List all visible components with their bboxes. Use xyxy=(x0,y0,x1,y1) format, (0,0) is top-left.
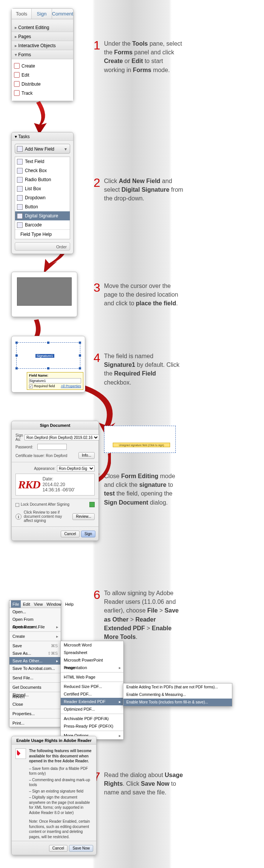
mi-open-from-acrobat[interactable]: Open From Acrobat.com... xyxy=(9,616,61,623)
forms-items-list: Create Edit Distribute Track xyxy=(12,59,73,101)
required-field-checkbox[interactable]: ✓ xyxy=(29,385,33,388)
all-properties-link[interactable]: All Properties xyxy=(61,384,81,388)
section-content-editing[interactable]: Content Editing xyxy=(12,23,73,32)
mi-enable-more-tools[interactable]: Enable More Tools (includes form fill-in… xyxy=(123,699,232,706)
password-input[interactable] xyxy=(37,444,67,450)
pdf-icon xyxy=(15,748,26,759)
forms-edit[interactable]: Edit xyxy=(12,71,73,80)
signature-monogram: RKD xyxy=(18,479,40,490)
placeholder-field[interactable] xyxy=(17,277,72,306)
appearance-select[interactable]: Ron-Depford-Sig xyxy=(57,465,95,471)
mi-spreadsheet[interactable]: Spreadsheet xyxy=(61,649,123,656)
item-label: Text Field xyxy=(25,159,44,164)
section-interactive-objects[interactable]: Interactive Objects xyxy=(12,41,73,50)
time-value: 14:36:16 -06'00' xyxy=(43,487,75,492)
sign-button[interactable]: Sign xyxy=(81,531,95,537)
info-button[interactable]: Info... xyxy=(78,452,95,459)
forms-distribute[interactable]: Distribute xyxy=(12,80,73,89)
step-text: The field is named Signature1 by default… xyxy=(104,352,183,387)
mi-close[interactable]: Close xyxy=(9,700,61,708)
mi-open-recent[interactable]: Open Recent File xyxy=(9,623,61,631)
step-1: 1 Under the Tools pane, select the Forms… xyxy=(94,39,183,74)
mi-ms-word[interactable]: Microsoft Word xyxy=(61,641,123,649)
item-label: Track xyxy=(21,91,33,96)
signature-icon xyxy=(17,213,23,219)
menu-window[interactable]: Window xyxy=(45,600,63,608)
mi-archivable[interactable]: Archivable PDF (PDF/A) xyxy=(61,715,123,722)
mi-optimized[interactable]: Optimized PDF... xyxy=(61,705,123,713)
tab-sign[interactable]: Sign xyxy=(32,9,52,19)
item-label: Create xyxy=(21,63,35,69)
mi-get-docs-signed[interactable]: Get Documents Signed... xyxy=(9,683,61,691)
mi-save-to-acrobat[interactable]: Save To Acrobat.com... xyxy=(9,665,61,672)
field-button[interactable]: Button xyxy=(15,202,70,211)
forms-create[interactable]: Create xyxy=(12,62,73,71)
mi-create[interactable]: Create xyxy=(9,633,61,640)
reader-extended-submenu: Enable Adding Text in PDFs (that are not… xyxy=(123,683,232,706)
section-pages[interactable]: Pages xyxy=(12,32,73,41)
review-button[interactable]: Review... xyxy=(72,513,95,520)
mi-enable-text[interactable]: Enable Adding Text in PDFs (that are not… xyxy=(123,683,232,691)
save-as-other-submenu: Microsoft Word Spreadsheet Microsoft Pow… xyxy=(60,641,124,740)
lock-checkbox[interactable] xyxy=(15,503,19,507)
place-field-preview xyxy=(11,272,77,317)
signature-field-panel: Signature1 Field Name: ✓Required field A… xyxy=(11,336,85,392)
button-label: Add New Field xyxy=(25,146,54,152)
dropdown-icon xyxy=(17,195,23,201)
forms-track[interactable]: Track xyxy=(12,89,73,98)
field-text[interactable]: Text Field xyxy=(15,157,70,166)
mi-pressready[interactable]: Press-Ready PDF (PDF/X) xyxy=(61,722,123,730)
field-barcode[interactable]: Barcode xyxy=(15,220,70,229)
mi-reader-extended[interactable]: Reader Extended PDF xyxy=(61,698,123,705)
mi-save-as-other[interactable]: Save As Other... xyxy=(9,657,61,665)
cancel-button[interactable]: Cancel xyxy=(61,531,79,537)
field-dropdown[interactable]: Dropdown xyxy=(15,193,70,202)
step-4: 4 The field is named Signature1 by defau… xyxy=(94,352,183,387)
add-new-field-button[interactable]: Add New Field xyxy=(15,144,70,154)
mi-enable-commenting[interactable]: Enable Commenting & Measuring... xyxy=(123,691,232,699)
field-listbox[interactable]: List Box xyxy=(15,184,70,193)
tab-comment[interactable]: Comment xyxy=(52,9,73,19)
cancel-button[interactable]: Cancel xyxy=(49,845,68,852)
item-label: List Box xyxy=(25,186,41,191)
mi-save[interactable]: Save⌘S xyxy=(9,642,61,649)
field-radio[interactable]: Radio Button xyxy=(15,175,70,184)
mi-reduced[interactable]: Reduced Size PDF... xyxy=(61,683,123,690)
unsigned-signature-field[interactable]: Unsigned signature field (Click to sign) xyxy=(104,426,176,453)
save-now-button[interactable]: Save Now xyxy=(69,845,93,852)
mi-html[interactable]: HTML Web Page xyxy=(61,673,123,681)
mi-revert[interactable]: Revert xyxy=(9,693,61,700)
mi-print[interactable]: Print... xyxy=(9,719,61,727)
sign-as-select[interactable]: Ron Depford (Ron Depford) 2019.02.16 xyxy=(25,434,99,440)
mi-properties[interactable]: Properties... xyxy=(9,710,61,717)
menu-view[interactable]: View xyxy=(32,600,45,608)
menu-help[interactable]: Help xyxy=(63,600,75,608)
mi-save-as[interactable]: Save As...⇧⌘S xyxy=(9,649,61,657)
add-field-icon xyxy=(17,146,23,152)
mi-ppt[interactable]: Microsoft PowerPoint Presentation xyxy=(61,656,123,664)
item-label: Check Box xyxy=(25,168,47,173)
mi-open[interactable]: Open... xyxy=(9,608,61,616)
step-number: 4 xyxy=(94,352,100,364)
item-label: Save xyxy=(12,643,22,648)
tasks-header[interactable]: Tasks xyxy=(12,132,73,141)
sign-as-label: Sign As: xyxy=(15,433,23,442)
field-name-popover: Field Name: ✓Required field All Properti… xyxy=(27,372,83,390)
signature-field[interactable]: Signature1 xyxy=(16,342,80,369)
order-button[interactable]: Order xyxy=(15,242,70,251)
mi-image[interactable]: Image xyxy=(61,664,123,671)
field-checkbox[interactable]: Check Box xyxy=(15,166,70,175)
lock-indicator-icon xyxy=(89,502,95,507)
section-forms[interactable]: Forms xyxy=(12,50,73,59)
step-text: Move the cursor over the page to the des… xyxy=(104,282,183,308)
menu-edit[interactable]: Edit xyxy=(21,600,32,608)
field-type-help[interactable]: Field Type Help xyxy=(15,230,70,239)
field-digital-signature[interactable]: Digital Signature xyxy=(15,211,70,220)
dialog-title: Sign Document xyxy=(12,421,98,429)
mi-send-file[interactable]: Send File... xyxy=(9,674,61,682)
tab-tools[interactable]: Tools xyxy=(12,9,32,19)
field-name-input[interactable] xyxy=(29,378,81,383)
lock-label: Lock Document After Signing xyxy=(21,502,69,506)
menu-file[interactable]: File xyxy=(11,600,21,608)
mi-certified[interactable]: Certified PDF... xyxy=(61,690,123,698)
